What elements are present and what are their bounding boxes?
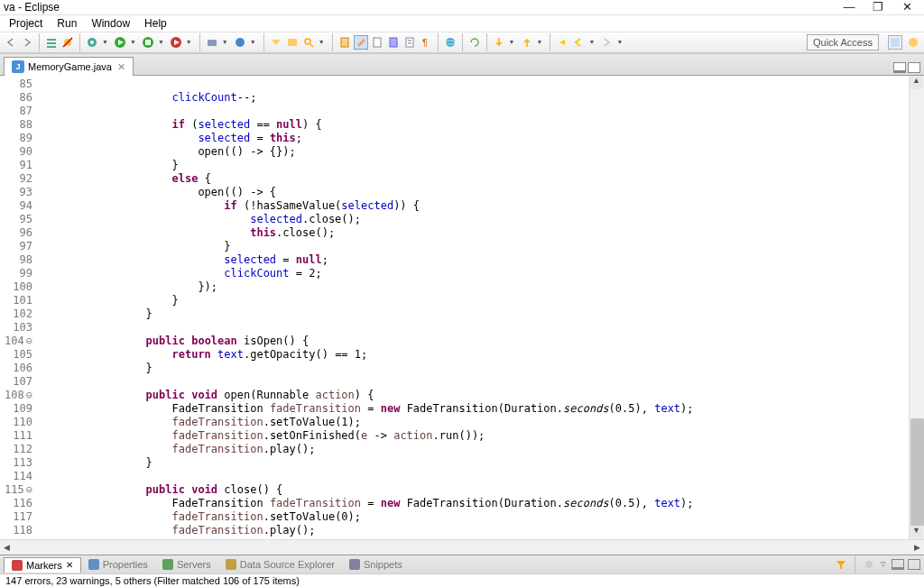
dropdown-arrow-icon[interactable]: ▼ — [250, 39, 256, 45]
window-minimize-button[interactable]: — — [843, 1, 855, 14]
globe-icon[interactable] — [443, 35, 457, 50]
window-titlebar: va - Eclipse — ❐ ✕ — [0, 0, 924, 15]
main-toolbar: ▼ ▼ ▼ ▼ ▼ ▼ ▼ ¶ ▼ ▼ ▼ ▼ Quick Access — [0, 32, 924, 53]
dropdown-arrow-icon[interactable]: ▼ — [130, 39, 136, 45]
book-icon[interactable] — [386, 35, 401, 50]
back-arrow-icon[interactable] — [555, 35, 569, 50]
open-type-icon[interactable] — [269, 35, 283, 50]
bottom-tab-label: Properties — [103, 559, 148, 570]
maximize-bottom-button[interactable] — [908, 559, 920, 570]
svg-point-6 — [90, 41, 94, 44]
menu-window[interactable]: Window — [84, 15, 137, 32]
scroll-right-arrow-icon[interactable]: ▶ — [910, 543, 924, 552]
bottom-tab-data-source-explorer[interactable]: Data Source Explorer — [218, 557, 342, 572]
scrollbar-thumb[interactable] — [910, 418, 924, 527]
svg-rect-11 — [208, 40, 217, 46]
view-icon — [12, 560, 23, 571]
doc-icon[interactable] — [370, 35, 384, 50]
bottom-tab-properties[interactable]: Properties — [81, 557, 155, 572]
editor-tab-bar: J MemoryGame.java ✕ — [0, 54, 924, 76]
view-icon — [226, 559, 236, 570]
perspective-debug-icon[interactable] — [906, 35, 920, 50]
dropdown-arrow-icon[interactable]: ▼ — [102, 39, 108, 45]
editor-area: J MemoryGame.java ✕ 85868788899091929394… — [0, 53, 924, 555]
run-last-icon[interactable] — [169, 35, 183, 50]
svg-rect-17 — [374, 38, 381, 47]
bottom-tab-markers[interactable]: Markers✕ — [4, 557, 81, 573]
close-icon[interactable]: ✕ — [66, 560, 73, 570]
toggle-mark-icon[interactable] — [337, 35, 352, 50]
fwd-history-icon[interactable] — [599, 35, 614, 50]
svg-line-15 — [310, 44, 313, 47]
new-server-icon[interactable] — [205, 35, 219, 50]
editor-tab-close-icon[interactable]: ✕ — [117, 61, 125, 73]
menu-run[interactable]: Run — [50, 15, 84, 32]
minimize-bottom-button[interactable] — [892, 559, 904, 570]
status-text: 147 errors, 23 warnings, 5 others (Filte… — [5, 575, 300, 586]
skip-breakpoints-icon[interactable] — [60, 35, 75, 50]
paint-icon[interactable] — [354, 35, 368, 50]
scroll-left-arrow-icon[interactable]: ◀ — [0, 543, 14, 552]
code-editor[interactable]: 8586878889909192939495969798991001011021… — [0, 76, 924, 539]
vertical-scrollbar[interactable]: ▲ ▼ — [909, 76, 924, 539]
perspective-java-icon[interactable] — [888, 35, 902, 50]
maximize-view-button[interactable] — [908, 62, 920, 73]
dropdown-arrow-icon[interactable]: ▼ — [588, 39, 595, 45]
debug-icon[interactable] — [85, 35, 99, 50]
filter-icon[interactable] — [834, 557, 848, 572]
bottom-tab-label: Servers — [177, 559, 211, 570]
svg-rect-16 — [341, 38, 348, 47]
dropdown-arrow-icon[interactable]: ▼ — [509, 39, 515, 45]
bottom-tab-snippets[interactable]: Snippets — [342, 557, 410, 572]
coverage-icon[interactable] — [141, 35, 155, 50]
dropdown-arrow-icon[interactable]: ▽ — [881, 561, 885, 568]
nav-back-icon[interactable] — [4, 35, 18, 50]
svg-point-26 — [909, 38, 918, 47]
horizontal-scrollbar[interactable]: ◀ ▶ — [0, 539, 924, 555]
toggle-breadcrumb-icon[interactable] — [44, 35, 59, 50]
minimize-view-button[interactable] — [893, 62, 906, 73]
window-maximize-button[interactable]: ❐ — [872, 1, 884, 14]
bottom-view-tabs: Markers✕PropertiesServersData Source Exp… — [0, 555, 924, 573]
line-number-gutter: 8586878889909192939495969798991001011021… — [0, 76, 38, 539]
code-content[interactable]: clickCount--; if (selected == null) { se… — [38, 76, 909, 539]
step-icon[interactable] — [492, 35, 506, 50]
dropdown-arrow-icon[interactable]: ▼ — [186, 39, 192, 45]
view-menu-icon[interactable] — [862, 557, 876, 572]
dropdown-arrow-icon[interactable]: ▼ — [616, 39, 623, 45]
svg-point-12 — [236, 38, 245, 47]
view-icon — [88, 559, 99, 570]
svg-text:¶: ¶ — [422, 37, 428, 48]
paragraph-icon[interactable]: ¶ — [419, 35, 433, 50]
svg-point-23 — [446, 38, 455, 47]
dropdown-arrow-icon[interactable]: ▼ — [222, 39, 228, 45]
scroll-up-arrow-icon[interactable]: ▲ — [910, 76, 923, 89]
bottom-tab-label: Data Source Explorer — [240, 559, 335, 570]
status-bar: 147 errors, 23 warnings, 5 others (Filte… — [0, 573, 924, 587]
dropdown-arrow-icon[interactable]: ▼ — [537, 39, 543, 45]
open-task-icon[interactable] — [285, 35, 300, 50]
bottom-tab-servers[interactable]: Servers — [155, 557, 218, 572]
quick-access-field[interactable]: Quick Access — [807, 34, 879, 50]
svg-rect-13 — [288, 39, 297, 46]
svg-rect-25 — [891, 38, 900, 47]
dropdown-arrow-icon[interactable]: ▼ — [319, 39, 325, 45]
nav-fwd-icon[interactable] — [20, 35, 34, 50]
run-icon[interactable] — [113, 35, 127, 50]
menu-project[interactable]: Project — [2, 15, 50, 32]
refresh-icon[interactable] — [467, 35, 482, 50]
editor-tab-active[interactable]: J MemoryGame.java ✕ — [4, 57, 134, 76]
new-wizard-icon[interactable] — [233, 35, 247, 50]
step2-icon[interactable] — [520, 35, 534, 50]
view-icon — [349, 559, 360, 570]
svg-rect-0 — [47, 39, 56, 41]
bottom-tab-label: Snippets — [364, 559, 402, 570]
window-close-button[interactable]: ✕ — [901, 1, 913, 14]
view-icon — [162, 559, 173, 570]
dropdown-arrow-icon[interactable]: ▼ — [158, 39, 164, 45]
list-icon[interactable] — [402, 35, 417, 50]
scroll-down-arrow-icon[interactable]: ▼ — [910, 526, 923, 539]
search-icon[interactable] — [301, 35, 316, 50]
menu-help[interactable]: Help — [137, 15, 174, 32]
back-history-icon[interactable] — [571, 35, 586, 50]
